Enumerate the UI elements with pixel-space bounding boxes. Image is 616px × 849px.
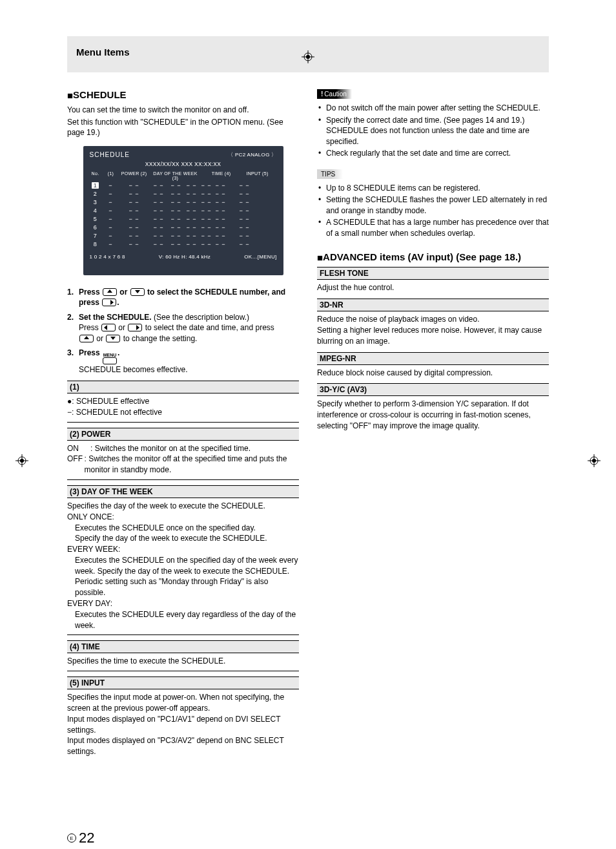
schedule-intro: Set this function with "SCHEDULE" in the… bbox=[67, 117, 299, 138]
item-4-head: (4) TIME bbox=[67, 640, 299, 653]
step-1: 1. Press or to select the SCHEDULE numbe… bbox=[67, 287, 299, 308]
item-key: OFF bbox=[67, 454, 84, 476]
item-5-head: (5) INPUT bbox=[67, 676, 299, 689]
osd-head-no: No. bbox=[90, 171, 101, 180]
item-text: Executes the SCHEDULE every day regardle… bbox=[67, 609, 299, 631]
osd-head-input: INPUT (5) bbox=[242, 171, 273, 180]
item-text: Input modes displayed on "PC3/AV2" depen… bbox=[67, 735, 299, 757]
page-number: E 22 bbox=[67, 830, 94, 846]
caution-list: Do not switch off the main power after s… bbox=[317, 103, 549, 159]
item-3-body: Specifies the day of the week to execute… bbox=[67, 501, 299, 636]
item-text: Setting a higher level reduces more nois… bbox=[317, 325, 549, 347]
list-item: Up to 8 SCHEDULE items can be registered… bbox=[317, 183, 549, 194]
item-1-head: (1) bbox=[67, 381, 299, 393]
osd-row: 3−− −− −− −− −− −− −− − bbox=[90, 198, 277, 207]
osd-ok: OK…[MENU] bbox=[244, 254, 276, 260]
step-text: to select the date and time, and press bbox=[143, 323, 274, 332]
caution-label: !Caution bbox=[317, 89, 352, 99]
item-text: Reduce the noise of playback images on v… bbox=[317, 314, 549, 325]
schedule-heading: ■SCHEDULE bbox=[67, 89, 299, 101]
item-2-body: ON: Switches the monitor on at the speci… bbox=[67, 443, 299, 480]
item-text: Input modes displayed on "PC1/AV1" depen… bbox=[67, 714, 299, 736]
item-5-body: Specifies the input mode at power-on. Wh… bbox=[67, 692, 299, 761]
step-text: or bbox=[118, 288, 130, 297]
step-text: (See the description below.) bbox=[152, 313, 249, 322]
right-button-icon bbox=[102, 299, 116, 306]
step-text: Press bbox=[79, 348, 102, 357]
down-button-icon bbox=[130, 288, 145, 296]
step-text: Set the SCHEDULE. bbox=[79, 313, 152, 322]
osd-row: 7−− −− −− −− −− −− −− − bbox=[90, 232, 277, 240]
tips-label: TIPS bbox=[317, 169, 343, 179]
osd-row: 5−− −− −− −− −− −− −− − bbox=[90, 215, 277, 224]
step-text: or bbox=[94, 334, 105, 343]
osd-head-1: (1) bbox=[104, 171, 118, 180]
osd-head-time: TIME (4) bbox=[203, 171, 240, 180]
list-item: Specify the correct date and time. (See … bbox=[317, 115, 549, 147]
step-text: Press bbox=[79, 288, 102, 297]
up-button-icon bbox=[79, 335, 94, 342]
left-button-icon bbox=[101, 324, 116, 331]
osd-date: XXXX/XX/XX XXX XX:XX:XX bbox=[90, 161, 277, 167]
step-text: to change the setting. bbox=[121, 334, 197, 343]
list-item: Setting the SCHEDULE flashes the power L… bbox=[317, 194, 549, 216]
schedule-intro: You can set the time to switch the monit… bbox=[67, 105, 299, 116]
page: Menu Items ■SCHEDULE You can set the tim… bbox=[0, 36, 616, 849]
right-column: !Caution Do not switch off the main powe… bbox=[317, 89, 549, 761]
item-text: EVERY WEEK: bbox=[67, 544, 299, 555]
caution-label-text: Caution bbox=[324, 90, 346, 98]
item-text: Specifies the input mode at power-on. Wh… bbox=[67, 692, 299, 714]
osd-mode: 〈 PC2 ANALOG 〉 bbox=[228, 151, 276, 158]
list-item: Do not switch off the main power after s… bbox=[317, 103, 549, 114]
item-text: Executes the SCHEDULE on the specified d… bbox=[67, 555, 299, 577]
step-text: . bbox=[117, 298, 119, 307]
flesh-tone-head: FLESH TONE bbox=[317, 267, 549, 280]
item-text: Specifies the time to execute the SCHEDU… bbox=[67, 656, 299, 667]
advanced-heading: ■ADVANCED items (AV input) (See page 18.… bbox=[317, 251, 549, 263]
right-button-icon bbox=[128, 324, 142, 331]
osd-row: 1−− −− −− −− −− −− −− − bbox=[90, 182, 277, 190]
step-text: or bbox=[116, 323, 127, 332]
menu-label: MENU bbox=[103, 353, 117, 357]
item-2-head: (2) POWER bbox=[67, 428, 299, 441]
menu-button-icon: MENU bbox=[103, 353, 117, 364]
item-key: ON bbox=[67, 443, 90, 454]
3d-nr-body: Reduce the noise of playback images on v… bbox=[317, 311, 549, 348]
3d-yc-head: 3D-Y/C (AV3) bbox=[317, 383, 549, 396]
item-text: ●: SCHEDULE effective bbox=[67, 396, 299, 407]
step-2: 2. Set the SCHEDULE. (See the descriptio… bbox=[67, 312, 299, 344]
item-text: Periodic setting such as "Monday through… bbox=[67, 576, 299, 598]
step-text: Press bbox=[79, 323, 101, 332]
page-number-value: 22 bbox=[79, 830, 94, 846]
osd-row: 4−− −− −− −− −− −− −− − bbox=[90, 207, 277, 215]
registration-mark-icon bbox=[588, 454, 601, 467]
up-button-icon bbox=[103, 288, 117, 296]
osd-head-power: POWER (2) bbox=[121, 171, 148, 180]
item-text: −: SCHEDULE not effective bbox=[67, 407, 299, 418]
schedule-heading-text: SCHEDULE bbox=[73, 89, 127, 100]
3d-nr-head: 3D-NR bbox=[317, 299, 549, 311]
3d-yc-body: Specify whether to perform 3-dimension Y… bbox=[317, 396, 549, 432]
item-text: Specify the day of the week to execute t… bbox=[67, 533, 299, 544]
osd-rows: 1−− −− −− −− −− −− −− −2−− −− −− −− −− −… bbox=[90, 182, 277, 249]
list-item: Check regularly that the set date and ti… bbox=[317, 148, 549, 159]
advanced-heading-text: ADVANCED items (AV input) (See page 18.) bbox=[323, 251, 521, 262]
item-text: Executes the SCHEDULE once on the specif… bbox=[67, 523, 299, 534]
mpeg-nr-body: Reduce block noise caused by digital com… bbox=[317, 365, 549, 380]
osd-head-dow: DAY OF THE WEEK (3) bbox=[150, 171, 201, 180]
schedule-osd: SCHEDULE 〈 PC2 ANALOG 〉 XXXX/XX/XX XXX X… bbox=[83, 146, 283, 275]
item-text: : Switches the monitor off at the specif… bbox=[84, 454, 299, 476]
osd-resolution: 1 0 2 4 x 7 6 8 bbox=[90, 254, 125, 260]
osd-col-headers: No. (1) POWER (2) DAY OF THE WEEK (3) TI… bbox=[90, 171, 277, 180]
down-button-icon bbox=[106, 335, 120, 342]
item-text: : Switches the monitor on at the specifi… bbox=[90, 443, 251, 454]
list-item: A SCHEDULE that has a large number has p… bbox=[317, 217, 549, 238]
step-3: 3. Press MENU. SCHEDULE becomes effectiv… bbox=[67, 348, 299, 375]
item-text: EVERY DAY: bbox=[67, 598, 299, 609]
item-4-body: Specifies the time to execute the SCHEDU… bbox=[67, 656, 299, 671]
item-1-body: ●: SCHEDULE effective −: SCHEDULE not ef… bbox=[67, 396, 299, 423]
page-number-e: E bbox=[67, 833, 76, 843]
left-column: ■SCHEDULE You can set the time to switch… bbox=[67, 89, 299, 761]
content-columns: ■SCHEDULE You can set the time to switch… bbox=[32, 72, 584, 761]
osd-footer: 1 0 2 4 x 7 6 8 V: 60 Hz H: 48.4 kHz OK…… bbox=[90, 254, 277, 260]
